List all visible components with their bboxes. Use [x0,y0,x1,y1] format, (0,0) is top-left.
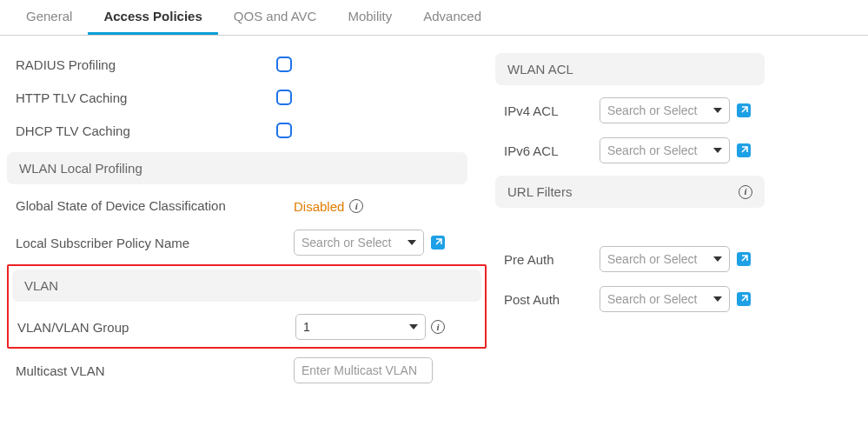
select-ipv4-acl[interactable]: Search or Select [600,97,730,123]
external-link-icon[interactable] [737,143,751,157]
tab-access-policies[interactable]: Access Policies [88,0,217,35]
info-icon[interactable]: i [739,185,752,199]
row-dhcp-tlv-caching: DHCP TLV Caching [7,114,487,147]
left-column: RADIUS Profiling HTTP TLV Caching DHCP T… [0,48,487,390]
chevron-down-icon [713,296,722,302]
select-vlan-group[interactable]: 1 [295,314,426,340]
row-radius-profiling: RADIUS Profiling [7,48,487,81]
label-ipv6-acl: IPv6 ACL [504,143,600,158]
label-dhcp-tlv-caching: DHCP TLV Caching [16,123,276,138]
info-icon[interactable]: i [349,199,363,213]
info-icon[interactable]: i [431,320,445,334]
checkbox-http-tlv-caching[interactable] [276,90,292,105]
right-column: WLAN ACL IPv4 ACL Search or Select IPv6 … [487,48,860,390]
tab-mobility[interactable]: Mobility [332,0,407,35]
chevron-down-icon [407,240,416,245]
header-wlan-acl: WLAN ACL [495,53,765,85]
label-global-state: Global State of Device Classification [16,197,294,215]
row-local-sub-policy: Local Subscriber Policy Name Search or S… [7,223,487,263]
row-ipv6-acl: IPv6 ACL Search or Select [495,130,860,170]
tab-qos-avc[interactable]: QOS and AVC [218,0,333,35]
select-ipv4-acl-text: Search or Select [607,103,708,117]
select-post-auth[interactable]: Search or Select [600,286,730,312]
input-multicast-vlan[interactable] [294,357,433,383]
select-pre-auth-text: Search or Select [607,252,708,266]
select-pre-auth[interactable]: Search or Select [600,246,730,272]
row-global-state: Global State of Device Classification Di… [7,190,487,223]
tab-bar: General Access Policies QOS and AVC Mobi… [0,0,868,36]
row-vlan-group: VLAN/VLAN Group 1 i [9,307,485,347]
label-multicast-vlan: Multicast VLAN [16,363,294,378]
external-link-icon[interactable] [737,103,751,117]
row-ipv4-acl: IPv4 ACL Search or Select [495,90,860,130]
row-post-auth: Post Auth Search or Select [495,279,860,319]
tab-general[interactable]: General [10,0,88,35]
row-pre-auth: Pre Auth Search or Select [495,239,860,279]
label-local-sub-policy: Local Subscriber Policy Name [16,236,294,250]
label-radius-profiling: RADIUS Profiling [16,57,276,72]
chevron-down-icon [409,324,418,330]
header-wlan-local-profiling: WLAN Local Profiling [7,152,467,184]
row-multicast-vlan: Multicast VLAN [7,350,487,390]
label-post-auth: Post Auth [504,292,600,307]
label-pre-auth: Pre Auth [504,252,600,267]
header-vlan-text: VLAN [24,278,58,293]
select-ipv6-acl-text: Search or Select [607,143,708,157]
select-post-auth-text: Search or Select [607,292,708,306]
select-ipv6-acl[interactable]: Search or Select [600,137,730,163]
external-link-icon[interactable] [737,292,751,306]
tab-advanced[interactable]: Advanced [407,0,497,35]
main-area: RADIUS Profiling HTTP TLV Caching DHCP T… [0,36,868,390]
header-url-filters: URL Filters i [495,176,765,208]
external-link-icon[interactable] [431,236,445,250]
checkbox-radius-profiling[interactable] [276,57,292,72]
header-url-filters-text: URL Filters [507,184,572,199]
checkbox-dhcp-tlv-caching[interactable] [276,123,292,138]
label-ipv4-acl: IPv4 ACL [504,103,600,118]
external-link-icon[interactable] [737,252,751,266]
value-global-state: Disabled [294,199,344,214]
chevron-down-icon [713,148,722,153]
label-vlan-group: VLAN/VLAN Group [17,320,295,335]
header-vlan: VLAN [12,270,481,302]
select-local-sub-policy-text: Search or Select [301,236,402,250]
chevron-down-icon [713,256,722,262]
header-wlan-local-profiling-text: WLAN Local Profiling [19,161,142,176]
label-http-tlv-caching: HTTP TLV Caching [16,90,276,105]
select-local-sub-policy[interactable]: Search or Select [294,230,424,256]
vlan-highlight-box: VLAN VLAN/VLAN Group 1 i [7,264,487,349]
chevron-down-icon [713,108,722,113]
header-wlan-acl-text: WLAN ACL [507,62,573,77]
row-http-tlv-caching: HTTP TLV Caching [7,81,487,114]
select-vlan-group-text: 1 [303,320,404,334]
